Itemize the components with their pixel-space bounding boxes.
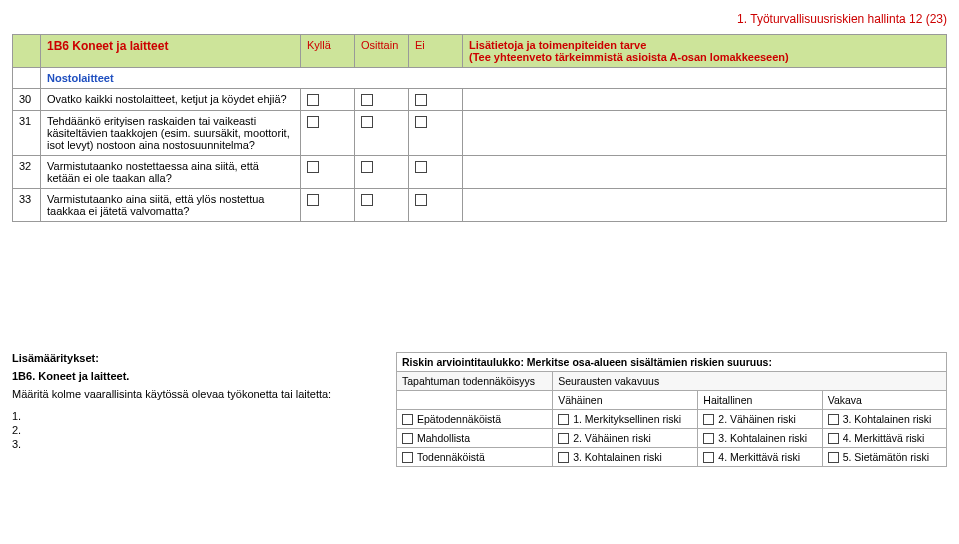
checkbox-risk[interactable] [558,452,569,463]
prob-label: Tapahtuman todennäköisyys [397,372,553,391]
checkbox-risk[interactable] [703,414,714,425]
page-header: 1. Työturvallisuusriskien hallinta 12 (2… [12,12,947,26]
cb-no-cell [409,156,463,189]
row-info[interactable] [463,189,947,222]
checkbox-no[interactable] [415,94,427,106]
risk-text: 4. Merkittävä riski [718,451,800,463]
cb-yes-cell [301,89,355,111]
risk-cell: 4. Merkittävä riski [822,429,946,448]
hdr-blank [13,35,41,68]
prob-cell: Todennäköistä [397,448,553,467]
section-header: 1B6 Koneet ja laitteet [41,35,301,68]
question-row: 30 Ovatko kaikki nostolaitteet, ketjut j… [13,89,947,111]
cb-yes-cell [301,189,355,222]
risk-text: 3. Kohtalainen riski [718,432,807,444]
prob-cell: Mahdollista [397,429,553,448]
main-table: 1B6 Koneet ja laitteet Kyllä Osittain Ei… [12,34,947,222]
question-row: 33 Varmistutaanko aina siitä, että ylös … [13,189,947,222]
sev-label: Seurausten vakavuus [553,372,947,391]
info-line1: Lisätietoja ja toimenpiteiden tarve [469,39,940,51]
prob-text: Todennäköistä [417,451,485,463]
cb-no-cell [409,89,463,111]
risk-text: 2. Vähäinen riski [573,432,651,444]
risk-cell: 4. Merkittävä riski [698,448,822,467]
checkbox-risk[interactable] [828,452,839,463]
cb-partial-cell [355,111,409,156]
risk-text: 1. Merkityksellinen riski [573,413,681,425]
risk-text: 3. Kohtalainen riski [573,451,662,463]
checkbox-risk[interactable] [703,452,714,463]
checkbox-prob[interactable] [402,414,413,425]
lower-right: Riskin arviointitaulukko: Merkitse osa-a… [396,352,947,467]
additional-title: Lisämääritykset: [12,352,372,364]
checkbox-partial[interactable] [361,161,373,173]
checkbox-risk[interactable] [828,433,839,444]
sev-col-1: Vähäinen [553,391,698,410]
checkbox-prob[interactable] [402,433,413,444]
checkbox-partial[interactable] [361,194,373,206]
risk-cell: 3. Kohtalainen riski [698,429,822,448]
subsection-title: Nostolaitteet [41,68,947,89]
checkbox-risk[interactable] [703,433,714,444]
list-item-3[interactable]: 3. [12,438,372,450]
additional-sub: 1B6. Koneet ja laitteet. [12,370,372,382]
cb-no-cell [409,111,463,156]
row-num: 33 [13,189,41,222]
risk-cell: 1. Merkityksellinen riski [553,410,698,429]
risk-cell: 5. Sietämätön riski [822,448,946,467]
risk-text: 3. Kohtalainen riski [843,413,932,425]
additional-instr: Määritä kolme vaarallisinta käytössä ole… [12,388,372,400]
list-item-1[interactable]: 1. [12,410,372,422]
risk-cell: 3. Kohtalainen riski [553,448,698,467]
cb-no-cell [409,189,463,222]
checkbox-no[interactable] [415,194,427,206]
section-title: Koneet ja laitteet [72,39,168,53]
cb-partial-cell [355,189,409,222]
row-question: Tehdäänkö erityisen raskaiden tai vaikea… [41,111,301,156]
checkbox-risk[interactable] [828,414,839,425]
prob-text: Epätodennäköistä [417,413,501,425]
cb-yes-cell [301,111,355,156]
risk-row: Mahdollista 2. Vähäinen riski 3. Kohtala… [397,429,947,448]
row-question: Varmistutaanko nostettaessa aina siitä, … [41,156,301,189]
row-info[interactable] [463,156,947,189]
checkbox-partial[interactable] [361,94,373,106]
checkbox-yes[interactable] [307,116,319,128]
col-info: Lisätietoja ja toimenpiteiden tarve (Tee… [463,35,947,68]
col-no: Ei [409,35,463,68]
checkbox-yes[interactable] [307,161,319,173]
question-row: 32 Varmistutaanko nostettaessa aina siit… [13,156,947,189]
cb-yes-cell [301,156,355,189]
lower-left: Lisämääritykset: 1B6. Koneet ja laitteet… [12,352,372,467]
checkbox-yes[interactable] [307,94,319,106]
checkbox-no[interactable] [415,116,427,128]
list-item-2[interactable]: 2. [12,424,372,436]
risk-cell: 2. Vähäinen riski [553,429,698,448]
blank-head [397,391,553,410]
checkbox-risk[interactable] [558,414,569,425]
row-num: 30 [13,89,41,111]
row-question: Varmistutaanko aina siitä, että ylös nos… [41,189,301,222]
risk-title: Riskin arviointitaulukko: Merkitse osa-a… [397,353,947,372]
checkbox-risk[interactable] [558,433,569,444]
section-code: 1B6 [47,39,69,53]
info-line2: (Tee yhteenveto tärkeimmistä asioista A-… [469,51,940,63]
row-info[interactable] [463,89,947,111]
row-num: 31 [13,111,41,156]
col-partial: Osittain [355,35,409,68]
risk-text: 5. Sietämätön riski [843,451,929,463]
checkbox-prob[interactable] [402,452,413,463]
spacer [12,222,947,332]
prob-cell: Epätodennäköistä [397,410,553,429]
row-info[interactable] [463,111,947,156]
row-question: Ovatko kaikki nostolaitteet, ketjut ja k… [41,89,301,111]
lower-section: Lisämääritykset: 1B6. Koneet ja laitteet… [12,352,947,467]
prob-text: Mahdollista [417,432,470,444]
risk-row: Todennäköistä 3. Kohtalainen riski 4. Me… [397,448,947,467]
checkbox-partial[interactable] [361,116,373,128]
checkbox-yes[interactable] [307,194,319,206]
sev-col-2: Haitallinen [698,391,822,410]
sect-blank [13,68,41,89]
checkbox-no[interactable] [415,161,427,173]
risk-row: Epätodennäköistä 1. Merkityksellinen ris… [397,410,947,429]
